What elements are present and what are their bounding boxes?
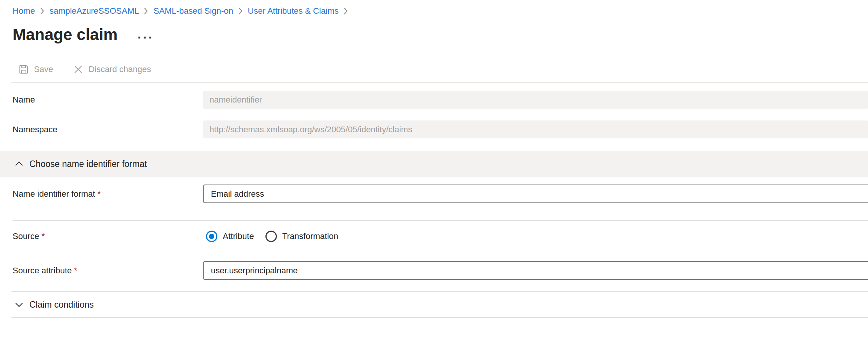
- toolbar-divider: [11, 82, 868, 83]
- chevron-right-icon: [40, 7, 45, 15]
- breadcrumb-app[interactable]: sampleAzureSSOSAML: [50, 6, 139, 16]
- page-title: Manage claim: [13, 26, 117, 44]
- breadcrumb-saml-signon[interactable]: SAML-based Sign-on: [153, 6, 233, 16]
- section-title: Choose name identifier format: [29, 159, 147, 169]
- source-attribute-label: Source attribute*: [13, 266, 203, 276]
- name-identifier-format-row: Name identifier format* Email address: [0, 185, 868, 203]
- breadcrumb-home[interactable]: Home: [13, 6, 35, 16]
- chevron-right-icon: [144, 7, 148, 15]
- dismiss-x-icon: [73, 64, 84, 75]
- label-text: Name identifier format: [13, 189, 95, 199]
- required-asterisk: *: [97, 189, 101, 199]
- radio-unselected-icon: [265, 231, 277, 242]
- source-label: Source*: [13, 231, 203, 241]
- name-row: Name: [0, 91, 868, 109]
- section-claim-conditions[interactable]: Claim conditions: [11, 291, 868, 318]
- label-text: Source attribute: [13, 266, 72, 275]
- breadcrumb-user-attributes[interactable]: User Attributes & Claims: [248, 6, 339, 16]
- radio-option-attribute[interactable]: Attribute: [206, 231, 254, 242]
- radio-selected-icon: [206, 231, 217, 242]
- source-radio-group: Attribute Transformation: [203, 231, 868, 242]
- required-asterisk: *: [74, 266, 77, 275]
- section-title: Claim conditions: [29, 300, 94, 310]
- dropdown-selected-value: Email address: [211, 189, 264, 199]
- name-input: [203, 91, 868, 109]
- section-choose-name-identifier-format[interactable]: Choose name identifier format: [0, 151, 868, 177]
- required-asterisk: *: [42, 231, 45, 241]
- chevron-up-icon: [14, 160, 24, 167]
- source-row: Source* Attribute Transformation: [0, 227, 868, 246]
- namespace-label: Namespace: [13, 125, 203, 135]
- page-header: Manage claim ···: [0, 24, 868, 46]
- radio-option-transformation[interactable]: Transformation: [265, 231, 338, 242]
- name-identifier-format-label: Name identifier format*: [13, 189, 203, 199]
- chevron-down-icon: [14, 301, 24, 308]
- command-bar: Save Discard changes: [0, 61, 868, 78]
- chevron-right-icon: [238, 7, 243, 15]
- source-attribute-row: Source attribute* user.userprincipalname: [0, 261, 868, 280]
- name-label: Name: [13, 95, 203, 105]
- breadcrumb: Home sampleAzureSSOSAML SAML-based Sign-…: [0, 0, 868, 17]
- chevron-right-icon: [344, 7, 348, 15]
- more-options-button[interactable]: ···: [137, 35, 154, 39]
- save-icon: [18, 64, 29, 75]
- radio-label: Transformation: [282, 231, 338, 241]
- radio-label: Attribute: [223, 231, 254, 241]
- discard-changes-button[interactable]: Discard changes: [73, 64, 151, 75]
- save-button-label: Save: [34, 64, 53, 74]
- label-text: Source: [13, 231, 39, 241]
- source-attribute-input[interactable]: user.userprincipalname: [203, 261, 868, 280]
- namespace-row: Namespace: [0, 120, 868, 138]
- namespace-input: [203, 120, 868, 138]
- save-button[interactable]: Save: [18, 64, 53, 75]
- discard-changes-label: Discard changes: [88, 64, 151, 74]
- source-attribute-value: user.userprincipalname: [211, 266, 297, 276]
- section-divider: [13, 220, 868, 221]
- name-identifier-format-dropdown[interactable]: Email address: [203, 185, 868, 203]
